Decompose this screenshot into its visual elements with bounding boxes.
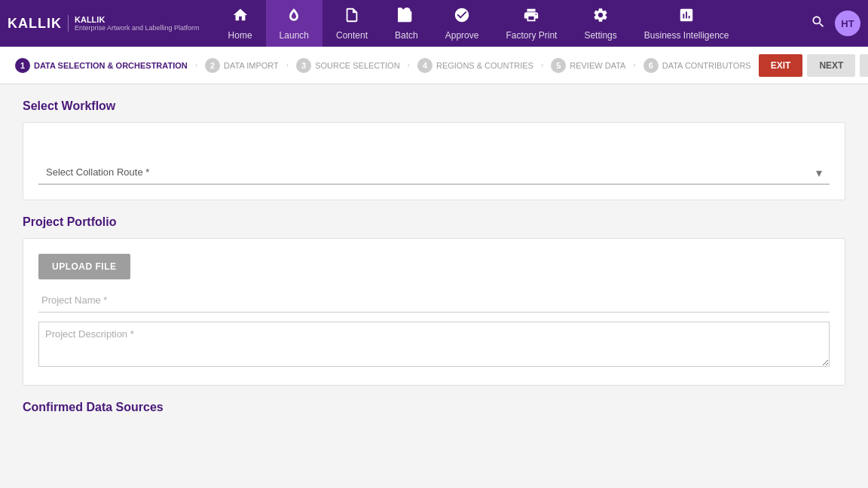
- step-5-number: 5: [551, 58, 566, 73]
- nav-label-home: Home: [228, 30, 252, 41]
- confirmed-sources-title: Confirmed Data Sources: [23, 401, 845, 414]
- logo-primary: KALLIK: [8, 16, 62, 32]
- nav-label-factory-print: Factory Print: [506, 30, 557, 41]
- nav-item-launch[interactable]: Launch: [266, 0, 322, 47]
- batch-icon: [398, 7, 414, 29]
- factory-print-icon: [523, 7, 539, 29]
- nav-label-bi: Business Intelligence: [644, 30, 729, 41]
- content-icon: [344, 7, 360, 29]
- main-content: Select Workflow Select Collation Route *…: [0, 84, 868, 488]
- steps-list: 1 DATA SELECTION & ORCHESTRATION › 2 DAT…: [8, 58, 759, 73]
- steps-actions: EXIT NEXT SAVE DELETE TASK: [759, 49, 868, 82]
- step-1-number: 1: [15, 58, 30, 73]
- step-5-label: REVIEW DATA: [570, 61, 625, 70]
- portfolio-card: UPLOAD FILE: [23, 238, 845, 386]
- search-button[interactable]: [811, 14, 826, 33]
- top-navigation: KALLIK KALLIK Enterprise Artwork and Lab…: [0, 0, 868, 47]
- home-icon: [232, 7, 249, 29]
- bi-icon: [678, 7, 695, 29]
- step-5[interactable]: 5 REVIEW DATA: [543, 58, 633, 73]
- nav-label-launch: Launch: [280, 30, 309, 41]
- portfolio-section-title: Project Portfolio: [23, 215, 845, 229]
- upload-file-button[interactable]: UPLOAD FILE: [38, 254, 130, 279]
- logo-sub-title: KALLIK: [75, 15, 200, 24]
- step-1[interactable]: 1 DATA SELECTION & ORCHESTRATION: [8, 58, 195, 73]
- step-2-label: DATA IMPORT: [224, 61, 279, 70]
- nav-item-content[interactable]: Content: [322, 0, 381, 47]
- project-description-input[interactable]: [38, 322, 830, 367]
- step-2-number: 2: [205, 58, 220, 73]
- nav-label-content: Content: [336, 30, 368, 41]
- step-2[interactable]: 2 DATA IMPORT: [197, 58, 286, 73]
- collation-route-wrapper: Select Collation Route *: [38, 160, 830, 185]
- nav-items: Home Launch Content Batch: [215, 0, 811, 47]
- logo-area: KALLIK KALLIK Enterprise Artwork and Lab…: [8, 15, 200, 32]
- step-1-label: DATA SELECTION & ORCHESTRATION: [34, 61, 188, 70]
- settings-icon: [592, 7, 609, 29]
- step-3-label: SOURCE SELECTION: [315, 61, 399, 70]
- workflow-card: Select Collation Route *: [23, 122, 845, 200]
- step-6-label: DATA CONTRIBUTORS: [662, 61, 751, 70]
- project-name-input[interactable]: [38, 288, 830, 313]
- step-6[interactable]: 6 DATA CONTRIBUTORS: [636, 58, 759, 73]
- nav-item-settings[interactable]: Settings: [570, 0, 630, 47]
- nav-item-approve[interactable]: Approve: [432, 0, 493, 47]
- steps-bar: 1 DATA SELECTION & ORCHESTRATION › 2 DAT…: [0, 47, 868, 84]
- step-3-number: 3: [296, 58, 311, 73]
- logo-sub: KALLIK Enterprise Artwork and Labelling …: [68, 15, 200, 32]
- save-button[interactable]: SAVE: [860, 54, 868, 77]
- step-6-number: 6: [643, 58, 659, 73]
- nav-item-bi[interactable]: Business Intelligence: [631, 0, 743, 47]
- nav-label-settings: Settings: [584, 30, 616, 41]
- step-4[interactable]: 4 REGIONS & COUNTRIES: [410, 58, 541, 73]
- nav-item-batch[interactable]: Batch: [381, 0, 432, 47]
- nav-label-batch: Batch: [395, 30, 418, 41]
- next-button[interactable]: NEXT: [807, 54, 855, 77]
- nav-right: HT: [811, 11, 860, 36]
- step-3[interactable]: 3 SOURCE SELECTION: [289, 58, 407, 73]
- approve-icon: [454, 7, 470, 29]
- user-avatar[interactable]: HT: [835, 11, 860, 36]
- logo-sub-desc: Enterprise Artwork and Labelling Platfor…: [75, 24, 200, 32]
- exit-button[interactable]: EXIT: [759, 54, 803, 77]
- step-4-number: 4: [417, 58, 432, 73]
- workflow-section-title: Select Workflow: [23, 99, 845, 113]
- nav-item-home[interactable]: Home: [215, 0, 266, 47]
- nav-label-approve: Approve: [445, 30, 479, 41]
- step-4-label: REGIONS & COUNTRIES: [436, 61, 533, 70]
- collation-route-select[interactable]: Select Collation Route *: [38, 160, 830, 185]
- nav-item-factory-print[interactable]: Factory Print: [492, 0, 570, 47]
- launch-icon: [286, 7, 302, 29]
